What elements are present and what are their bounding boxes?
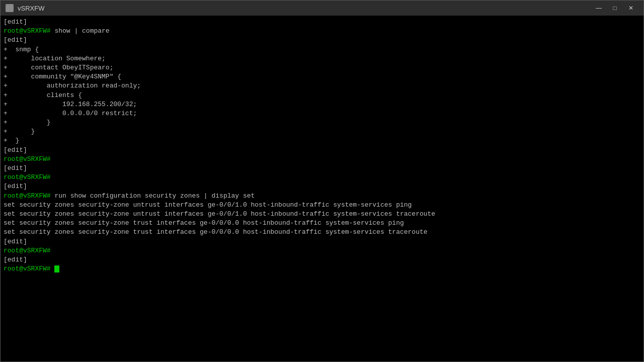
terminal-line: root@vSRXFW# run show configuration secu… bbox=[4, 192, 640, 201]
terminal-line: [edit] bbox=[4, 164, 640, 173]
terminal-line: root@vSRXFW# bbox=[4, 246, 640, 255]
terminal-line: set security zones security-zone trust i… bbox=[4, 219, 640, 228]
terminal-line: root@vSRXFW# bbox=[4, 155, 640, 164]
terminal-line: [edit] bbox=[4, 146, 640, 155]
terminal-line: + clients { bbox=[4, 91, 640, 100]
terminal-line: + } bbox=[4, 118, 640, 127]
terminal-line: set security zones security-zone trust i… bbox=[4, 228, 640, 237]
maximize-button[interactable]: □ bbox=[607, 3, 622, 13]
terminal-line: [edit] bbox=[4, 237, 640, 246]
terminal-icon bbox=[6, 4, 14, 12]
command-text: show | compare bbox=[51, 27, 110, 35]
terminal-line: + } bbox=[4, 136, 640, 145]
close-button[interactable]: ✕ bbox=[623, 3, 638, 13]
terminal-line: [edit] bbox=[4, 182, 640, 191]
terminal-line: [edit] bbox=[4, 18, 640, 27]
terminal-line: + snmp { bbox=[4, 45, 640, 54]
terminal-line: + } bbox=[4, 127, 640, 136]
titlebar: vSRXFW — □ ✕ bbox=[1, 1, 643, 16]
prompt: root@vSRXFW# bbox=[4, 265, 51, 273]
terminal-line: root@vSRXFW# bbox=[4, 264, 640, 274]
terminal-line: [edit] bbox=[4, 36, 640, 45]
prompt: root@vSRXFW# bbox=[4, 155, 51, 163]
titlebar-left: vSRXFW bbox=[6, 4, 44, 12]
window-title: vSRXFW bbox=[18, 5, 44, 12]
terminal-line: [edit] bbox=[4, 255, 640, 264]
terminal-line: set security zones security-zone untrust… bbox=[4, 210, 640, 219]
prompt: root@vSRXFW# bbox=[4, 192, 51, 200]
terminal-body[interactable]: [edit]root@vSRXFW# show | compare[edit]+… bbox=[1, 16, 643, 361]
minimize-button[interactable]: — bbox=[591, 3, 606, 13]
terminal-line: + 0.0.0.0/0 restrict; bbox=[4, 109, 640, 118]
terminal-line: + 192.168.255.200/32; bbox=[4, 100, 640, 109]
terminal-line: + location Somewhere; bbox=[4, 54, 640, 63]
command-text: run show configuration security zones | … bbox=[51, 192, 255, 200]
prompt: root@vSRXFW# bbox=[4, 27, 51, 35]
titlebar-controls: — □ ✕ bbox=[591, 3, 638, 13]
terminal-line: root@vSRXFW# bbox=[4, 173, 640, 182]
terminal-line: set security zones security-zone untrust… bbox=[4, 201, 640, 210]
command-text bbox=[51, 265, 55, 273]
prompt: root@vSRXFW# bbox=[4, 173, 51, 181]
terminal-cursor bbox=[54, 265, 59, 273]
terminal-line: + contact ObeyITSpearo; bbox=[4, 63, 640, 72]
terminal-line: + community "@Key4SNMP" { bbox=[4, 72, 640, 81]
prompt: root@vSRXFW# bbox=[4, 247, 51, 254]
terminal-line: root@vSRXFW# show | compare bbox=[4, 27, 640, 36]
terminal-line: + authorization read-only; bbox=[4, 81, 640, 90]
terminal-window: vSRXFW — □ ✕ [edit]root@vSRXFW# show | c… bbox=[0, 0, 644, 362]
